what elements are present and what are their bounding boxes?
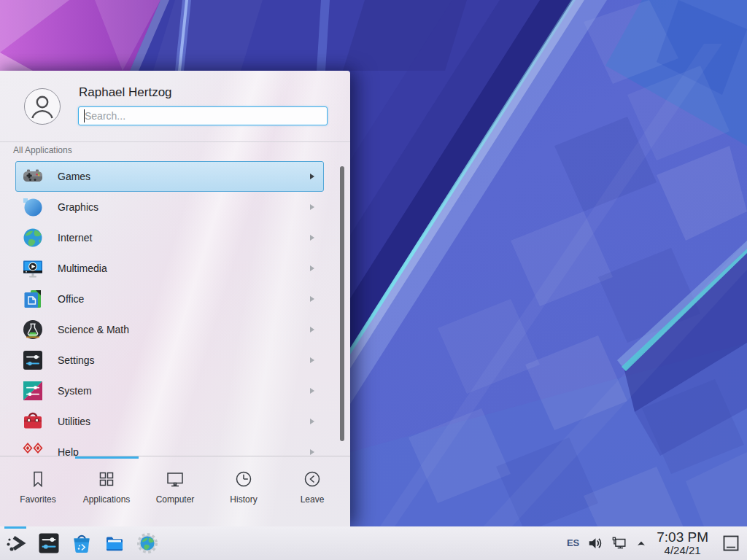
grid-icon (96, 469, 117, 489)
app-category-utilities[interactable]: Utilities (15, 406, 324, 437)
system-settings-icon[interactable] (37, 532, 61, 555)
tab-leave[interactable]: Leave (278, 456, 347, 526)
help-icon (21, 440, 44, 456)
search-input[interactable] (78, 106, 328, 125)
taskbar-left (0, 532, 159, 555)
launcher-header: Raphael Hertzog (0, 71, 350, 142)
tab-history[interactable]: History (209, 456, 278, 526)
tab-computer[interactable]: Computer (141, 456, 209, 526)
tab-label: Leave (301, 494, 325, 505)
sphere-icon (21, 195, 44, 219)
kde-launcher-button[interactable] (4, 532, 28, 555)
chevron-right-icon (310, 357, 314, 363)
app-category-graphics[interactable]: Graphics (15, 192, 324, 222)
digital-clock[interactable]: 7:03 PM 4/24/21 (657, 530, 708, 557)
volume-icon[interactable] (587, 535, 603, 551)
app-category-settings[interactable]: Settings (15, 345, 324, 376)
app-category-label: System (58, 385, 92, 397)
app-category-label: Help (58, 446, 79, 456)
tab-label: History (230, 494, 257, 505)
tab-applications[interactable]: Applications (72, 456, 141, 526)
app-category-label: Games (58, 171, 90, 182)
app-category-label: Settings (58, 354, 95, 366)
user-name: Raphael Hertzog (79, 85, 172, 100)
launcher-tabbar: FavoritesApplicationsComputerHistoryLeav… (0, 456, 350, 526)
app-category-science-math[interactable]: Science & Math (15, 314, 324, 345)
app-category-label: Graphics (58, 201, 98, 213)
network-icon[interactable] (611, 535, 627, 551)
chevron-right-icon (310, 419, 314, 424)
system-tray: ES 7:03 PM 4/24/21 (567, 530, 747, 557)
clock-date: 4/24/21 (657, 545, 708, 556)
app-category-help[interactable]: Help (15, 437, 324, 456)
clock-icon (233, 469, 254, 489)
show-desktop-button[interactable] (721, 533, 741, 553)
clock-time: 7:03 PM (657, 530, 708, 545)
app-category-office[interactable]: Office (15, 284, 324, 314)
browser-globe-icon[interactable] (136, 532, 159, 555)
tab-label: Favorites (20, 494, 55, 505)
app-category-label: Internet (58, 232, 92, 244)
section-label: All Applications (13, 145, 72, 155)
chevron-right-icon (310, 204, 314, 210)
app-category-label: Utilities (58, 416, 90, 427)
chevron-right-icon (310, 265, 314, 271)
discover-icon[interactable] (70, 532, 93, 555)
tab-label: Applications (83, 494, 131, 505)
tab-favorites[interactable]: Favorites (4, 456, 72, 526)
chevron-right-icon (310, 235, 314, 241)
dolphin-icon[interactable] (103, 532, 126, 555)
sliders-icon (21, 349, 44, 372)
text-caret (84, 109, 85, 122)
app-category-label: Office (58, 293, 84, 305)
gamepad-icon (21, 165, 44, 188)
application-launcher-popup: Raphael Hertzog All Applications GamesGr… (0, 71, 350, 526)
app-category-internet[interactable]: Internet (15, 222, 324, 253)
scrollbar-thumb[interactable] (340, 166, 344, 441)
app-category-games[interactable]: Games (15, 161, 324, 192)
expand-tray-icon[interactable] (635, 537, 647, 549)
leave-icon (302, 469, 322, 489)
user-avatar (24, 88, 61, 125)
computer-icon (165, 469, 185, 489)
taskbar-panel: ES 7:03 PM 4/24/21 (0, 526, 747, 560)
search-field-wrap (78, 106, 328, 125)
app-category-list: GamesGraphicsInternetMultimediaOfficeSci… (0, 158, 350, 456)
chevron-right-icon (310, 327, 314, 332)
app-category-label: Science & Math (58, 324, 129, 335)
app-category-label: Multimedia (58, 262, 107, 274)
documents-icon (21, 287, 44, 311)
media-player-icon (21, 257, 44, 280)
active-task-indicator (4, 526, 26, 529)
bookmark-icon (28, 469, 48, 489)
chevron-right-icon (310, 449, 314, 455)
toolbox-icon (21, 410, 44, 433)
chevron-right-icon (310, 174, 314, 179)
tab-label: Computer (156, 494, 195, 505)
keyboard-layout-indicator[interactable]: ES (567, 537, 579, 548)
flask-icon (21, 318, 44, 341)
system-sliders-icon (21, 379, 44, 402)
chevron-right-icon (310, 296, 314, 302)
app-category-multimedia[interactable]: Multimedia (15, 253, 324, 284)
chevron-right-icon (310, 388, 314, 394)
globe-icon (21, 226, 44, 249)
app-category-system[interactable]: System (15, 376, 324, 406)
